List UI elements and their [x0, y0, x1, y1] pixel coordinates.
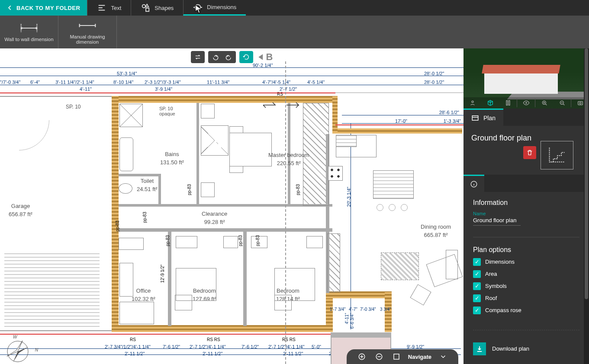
tab-shapes-label: Shapes: [154, 5, 174, 11]
dim-b6: 9'-9 1/2": [407, 344, 424, 349]
room-garage: Garage656.87 ft²: [9, 202, 32, 219]
sh-t0: 1'-7 3/4": [330, 307, 346, 312]
canvas-float-toolbar: B: [191, 51, 273, 63]
plan-title: Ground floor plan: [471, 134, 531, 143]
redo-button[interactable]: [222, 51, 236, 63]
dim-b2a: 2'-11 1/2": [125, 351, 145, 356]
zoom-in-button[interactable]: [356, 351, 367, 362]
person-icon: [469, 99, 476, 106]
sp10-label: SP. 10: [66, 104, 80, 110]
opt-area[interactable]: ✓Area: [473, 270, 579, 278]
dim-r2-4: 2'-3 1/2"/3'-3 1/4": [145, 80, 181, 85]
tab-shapes[interactable]: Shapes: [131, 0, 183, 16]
undo-icon: [212, 54, 219, 61]
view-person-button[interactable]: [463, 97, 481, 109]
svg-rect-7: [506, 101, 508, 105]
rs-b2: RS RS: [207, 337, 220, 342]
download-plan-button[interactable]: Download plan: [463, 339, 589, 364]
tab-text-label: Text: [111, 5, 121, 11]
svg-point-9: [525, 102, 527, 104]
info-tab[interactable]: [463, 175, 484, 192]
panel-scrollbar[interactable]: [584, 48, 589, 364]
b-marker: B: [257, 51, 273, 63]
opt-dimensions[interactable]: ✓Dimensions: [473, 258, 579, 266]
name-field-value[interactable]: Ground floor plan: [473, 216, 521, 226]
pp-4: pp-83: [296, 184, 300, 195]
triangle-left-icon: [257, 53, 265, 61]
opt-compass[interactable]: ✓Compass rose: [473, 307, 579, 314]
nav-more-button[interactable]: [438, 351, 449, 362]
minus-circle-icon: [375, 353, 383, 361]
back-to-folder-button[interactable]: BACK TO MY FOLDER: [0, 0, 87, 16]
sh-s: 4'-11": [344, 313, 349, 324]
plan-icon: [471, 114, 479, 122]
pp-2: pp-83: [187, 184, 192, 195]
plan-thumbnail[interactable]: [541, 141, 573, 169]
pp-7: pp-83: [255, 235, 260, 246]
chevron-left-icon: [7, 5, 13, 11]
sh-s2: 6'-6 3/4": [350, 313, 354, 329]
download-label: Download plan: [492, 345, 529, 352]
panel-tab-plan[interactable]: Plan: [463, 109, 503, 126]
compass-icon: [3, 336, 33, 364]
check-icon: ✓: [473, 270, 481, 278]
room-toilet: Toilet24.51 ft²: [137, 177, 158, 194]
pp-5: pp-83: [165, 235, 170, 246]
opt-symbols[interactable]: ✓Symbols: [473, 282, 579, 290]
manual-drawing-dimension-tool[interactable]: Manual drawing dimension: [58, 16, 117, 48]
eye-icon: [523, 99, 530, 106]
tool-a-label: Wall to wall dimension: [4, 37, 53, 42]
view-cube-button[interactable]: [481, 97, 499, 109]
redo-icon: [225, 54, 232, 61]
svg-rect-8: [509, 101, 510, 105]
tab-dimensions[interactable]: Dimensions: [183, 0, 246, 16]
cursor-icon: [195, 4, 203, 14]
swap-button[interactable]: [191, 51, 205, 63]
navigate-label: Navigate: [408, 354, 431, 360]
undo-button[interactable]: [208, 51, 222, 63]
rs-b3: RS RS: [282, 337, 296, 342]
canvas-navstrip: Navigate: [347, 349, 458, 364]
cube-icon: [487, 99, 494, 106]
svg-point-6: [472, 101, 473, 103]
wall-dimension-icon: [19, 22, 39, 34]
opt-roof[interactable]: ✓Roof: [473, 294, 579, 302]
view-eye-button[interactable]: [517, 97, 535, 109]
dim-b5: 5'-0": [312, 344, 321, 349]
pp-3: pp-83: [115, 220, 120, 232]
panel-tab-label: Plan: [483, 115, 496, 121]
dim-b3: 7'-6 1/2": [241, 344, 259, 349]
dim-r3a: 4'-11": [80, 86, 92, 92]
preview-toolbar: [463, 97, 589, 109]
tool-b-label: Manual drawing dimension: [60, 34, 115, 45]
fit-button[interactable]: [391, 351, 402, 362]
back-label: BACK TO MY FOLDER: [16, 5, 80, 11]
zoom-out-button[interactable]: [373, 351, 385, 362]
room-office: Office102.32 ft²: [132, 287, 155, 303]
delete-plan-button[interactable]: [523, 146, 536, 159]
tab-text[interactable]: Text: [87, 0, 131, 16]
dim-right-28: 28'-6 1/2": [439, 110, 459, 115]
center-guide-vertical: [285, 61, 286, 364]
zoom-in-pv-button[interactable]: [535, 97, 553, 109]
refresh-button[interactable]: [239, 51, 253, 63]
floor-plan-canvas[interactable]: B 90'-2 1/4" 53'-3 1/4" 28'-0 1/2" 7"/7'…: [0, 48, 463, 364]
sh-t1: 4'-7": [349, 307, 357, 312]
view-layers-button[interactable]: [499, 97, 517, 109]
pp-6: pp-83: [238, 235, 243, 246]
shapes-icon: [141, 3, 150, 13]
check-icon: ✓: [473, 282, 481, 290]
dim-r2-7: 4'-5 1/4": [307, 80, 325, 85]
dim-r2-8: 28'-0 1/2": [424, 80, 444, 85]
download-icon: [473, 342, 486, 355]
rs-b1: RS: [130, 337, 136, 342]
preview-3d[interactable]: [463, 48, 589, 109]
dim-r2-1: 6'-4": [30, 80, 40, 85]
name-field-label: Name: [473, 211, 579, 216]
zoom-out-pv-button[interactable]: [553, 97, 571, 109]
svg-rect-14: [472, 116, 478, 121]
wall-to-wall-dimension-tool[interactable]: Wall to wall dimension: [0, 16, 58, 48]
svg-rect-12: [578, 102, 583, 105]
info-icon: [470, 180, 478, 188]
zoom-in-icon: [541, 99, 548, 106]
